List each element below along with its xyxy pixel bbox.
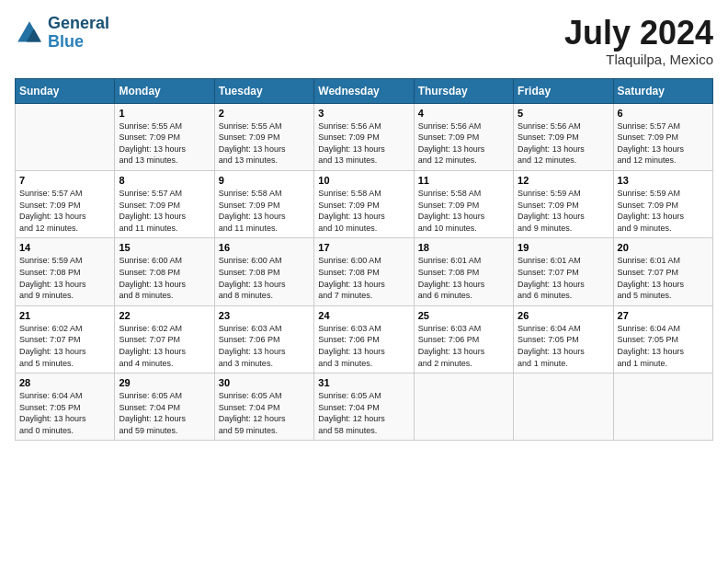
day-info: Sunrise: 5:57 AM Sunset: 7:09 PM Dayligh…	[19, 188, 110, 234]
day-number: 24	[318, 310, 409, 321]
day-info: Sunrise: 6:01 AM Sunset: 7:07 PM Dayligh…	[518, 255, 609, 301]
day-number: 8	[119, 175, 210, 186]
day-cell: 17Sunrise: 6:00 AM Sunset: 7:08 PM Dayli…	[314, 238, 414, 305]
logo: General Blue	[15, 15, 109, 52]
day-number: 28	[19, 377, 110, 388]
day-cell: 15Sunrise: 6:00 AM Sunset: 7:08 PM Dayli…	[115, 238, 214, 305]
week-row: 1Sunrise: 5:55 AM Sunset: 7:09 PM Daylig…	[16, 103, 713, 170]
day-cell: 27Sunrise: 6:04 AM Sunset: 7:05 PM Dayli…	[613, 305, 712, 373]
day-cell: 29Sunrise: 6:05 AM Sunset: 7:04 PM Dayli…	[115, 373, 214, 441]
day-info: Sunrise: 6:04 AM Sunset: 7:05 PM Dayligh…	[518, 323, 609, 369]
day-cell: 9Sunrise: 5:58 AM Sunset: 7:09 PM Daylig…	[214, 170, 313, 237]
day-number: 14	[19, 242, 110, 253]
month-title: July 2024	[564, 15, 713, 52]
day-number: 3	[318, 108, 409, 119]
day-info: Sunrise: 6:03 AM Sunset: 7:06 PM Dayligh…	[418, 323, 509, 369]
day-cell: 1Sunrise: 5:55 AM Sunset: 7:09 PM Daylig…	[115, 103, 214, 170]
day-number: 15	[119, 242, 210, 253]
day-number: 21	[19, 310, 110, 321]
day-info: Sunrise: 5:55 AM Sunset: 7:09 PM Dayligh…	[219, 121, 310, 167]
day-cell: 11Sunrise: 5:58 AM Sunset: 7:09 PM Dayli…	[414, 170, 513, 237]
day-number: 1	[119, 108, 210, 119]
day-info: Sunrise: 6:00 AM Sunset: 7:08 PM Dayligh…	[318, 255, 409, 301]
day-info: Sunrise: 6:01 AM Sunset: 7:08 PM Dayligh…	[418, 255, 509, 301]
day-cell: 24Sunrise: 6:03 AM Sunset: 7:06 PM Dayli…	[314, 305, 414, 373]
day-info: Sunrise: 6:05 AM Sunset: 7:04 PM Dayligh…	[219, 390, 310, 436]
day-cell: 4Sunrise: 5:56 AM Sunset: 7:09 PM Daylig…	[414, 103, 513, 170]
day-cell: 21Sunrise: 6:02 AM Sunset: 7:07 PM Dayli…	[16, 305, 115, 373]
calendar-table: SundayMondayTuesdayWednesdayThursdayFrid…	[15, 78, 713, 442]
day-info: Sunrise: 5:58 AM Sunset: 7:09 PM Dayligh…	[318, 188, 409, 234]
day-cell: 14Sunrise: 5:59 AM Sunset: 7:08 PM Dayli…	[16, 238, 115, 305]
day-number: 18	[418, 242, 509, 253]
day-cell: 30Sunrise: 6:05 AM Sunset: 7:04 PM Dayli…	[214, 373, 313, 441]
day-cell: 10Sunrise: 5:58 AM Sunset: 7:09 PM Dayli…	[314, 170, 414, 237]
day-number: 11	[418, 175, 509, 186]
day-number: 23	[219, 310, 310, 321]
day-info: Sunrise: 5:58 AM Sunset: 7:09 PM Dayligh…	[418, 188, 509, 234]
day-info: Sunrise: 5:56 AM Sunset: 7:09 PM Dayligh…	[518, 121, 609, 167]
day-info: Sunrise: 5:58 AM Sunset: 7:09 PM Dayligh…	[219, 188, 310, 234]
day-number: 20	[618, 242, 709, 253]
day-cell: 31Sunrise: 6:05 AM Sunset: 7:04 PM Dayli…	[314, 373, 414, 441]
day-info: Sunrise: 6:00 AM Sunset: 7:08 PM Dayligh…	[119, 255, 210, 301]
day-cell	[613, 373, 712, 441]
title-block: July 2024 Tlaquilpa, Mexico	[564, 15, 713, 67]
header-cell-friday: Friday	[514, 78, 613, 103]
day-info: Sunrise: 5:59 AM Sunset: 7:09 PM Dayligh…	[618, 188, 709, 234]
day-cell: 22Sunrise: 6:02 AM Sunset: 7:07 PM Dayli…	[115, 305, 214, 373]
day-number: 13	[618, 175, 709, 186]
day-number: 6	[618, 108, 709, 119]
day-info: Sunrise: 6:04 AM Sunset: 7:05 PM Dayligh…	[19, 390, 110, 436]
day-cell	[514, 373, 613, 441]
header-cell-thursday: Thursday	[414, 78, 513, 103]
day-number: 29	[119, 377, 210, 388]
day-info: Sunrise: 5:59 AM Sunset: 7:09 PM Dayligh…	[518, 188, 609, 234]
day-cell: 18Sunrise: 6:01 AM Sunset: 7:08 PM Dayli…	[414, 238, 513, 305]
day-cell: 20Sunrise: 6:01 AM Sunset: 7:07 PM Dayli…	[613, 238, 712, 305]
calendar-header: SundayMondayTuesdayWednesdayThursdayFrid…	[16, 78, 713, 103]
week-row: 21Sunrise: 6:02 AM Sunset: 7:07 PM Dayli…	[16, 305, 713, 373]
header-cell-tuesday: Tuesday	[214, 78, 313, 103]
day-cell: 25Sunrise: 6:03 AM Sunset: 7:06 PM Dayli…	[414, 305, 513, 373]
day-cell: 26Sunrise: 6:04 AM Sunset: 7:05 PM Dayli…	[514, 305, 613, 373]
day-cell: 12Sunrise: 5:59 AM Sunset: 7:09 PM Dayli…	[514, 170, 613, 237]
logo-text: General Blue	[48, 15, 109, 52]
day-info: Sunrise: 6:00 AM Sunset: 7:08 PM Dayligh…	[219, 255, 310, 301]
day-info: Sunrise: 6:02 AM Sunset: 7:07 PM Dayligh…	[19, 323, 110, 369]
day-number: 12	[518, 175, 609, 186]
day-cell: 28Sunrise: 6:04 AM Sunset: 7:05 PM Dayli…	[16, 373, 115, 441]
day-cell: 19Sunrise: 6:01 AM Sunset: 7:07 PM Dayli…	[514, 238, 613, 305]
day-info: Sunrise: 6:03 AM Sunset: 7:06 PM Dayligh…	[318, 323, 409, 369]
week-row: 14Sunrise: 5:59 AM Sunset: 7:08 PM Dayli…	[16, 238, 713, 305]
day-info: Sunrise: 5:59 AM Sunset: 7:08 PM Dayligh…	[19, 255, 110, 301]
day-number: 16	[219, 242, 310, 253]
day-cell	[414, 373, 513, 441]
day-number: 19	[518, 242, 609, 253]
day-info: Sunrise: 6:02 AM Sunset: 7:07 PM Dayligh…	[119, 323, 210, 369]
day-number: 30	[219, 377, 310, 388]
day-info: Sunrise: 5:55 AM Sunset: 7:09 PM Dayligh…	[119, 121, 210, 167]
day-info: Sunrise: 5:56 AM Sunset: 7:09 PM Dayligh…	[318, 121, 409, 167]
header-row: SundayMondayTuesdayWednesdayThursdayFrid…	[16, 78, 713, 103]
day-cell	[16, 103, 115, 170]
week-row: 28Sunrise: 6:04 AM Sunset: 7:05 PM Dayli…	[16, 373, 713, 441]
day-info: Sunrise: 6:03 AM Sunset: 7:06 PM Dayligh…	[219, 323, 310, 369]
day-number: 27	[618, 310, 709, 321]
day-number: 26	[518, 310, 609, 321]
day-info: Sunrise: 5:57 AM Sunset: 7:09 PM Dayligh…	[119, 188, 210, 234]
day-number: 7	[19, 175, 110, 186]
day-cell: 8Sunrise: 5:57 AM Sunset: 7:09 PM Daylig…	[115, 170, 214, 237]
calendar-body: 1Sunrise: 5:55 AM Sunset: 7:09 PM Daylig…	[16, 103, 713, 441]
day-number: 10	[318, 175, 409, 186]
day-info: Sunrise: 6:04 AM Sunset: 7:05 PM Dayligh…	[618, 323, 709, 369]
header-cell-monday: Monday	[115, 78, 214, 103]
day-number: 5	[518, 108, 609, 119]
day-cell: 5Sunrise: 5:56 AM Sunset: 7:09 PM Daylig…	[514, 103, 613, 170]
day-cell: 3Sunrise: 5:56 AM Sunset: 7:09 PM Daylig…	[314, 103, 414, 170]
day-info: Sunrise: 6:05 AM Sunset: 7:04 PM Dayligh…	[119, 390, 210, 436]
day-info: Sunrise: 6:01 AM Sunset: 7:07 PM Dayligh…	[618, 255, 709, 301]
page-header: General Blue July 2024 Tlaquilpa, Mexico	[15, 15, 713, 67]
day-cell: 16Sunrise: 6:00 AM Sunset: 7:08 PM Dayli…	[214, 238, 313, 305]
day-info: Sunrise: 5:57 AM Sunset: 7:09 PM Dayligh…	[618, 121, 709, 167]
